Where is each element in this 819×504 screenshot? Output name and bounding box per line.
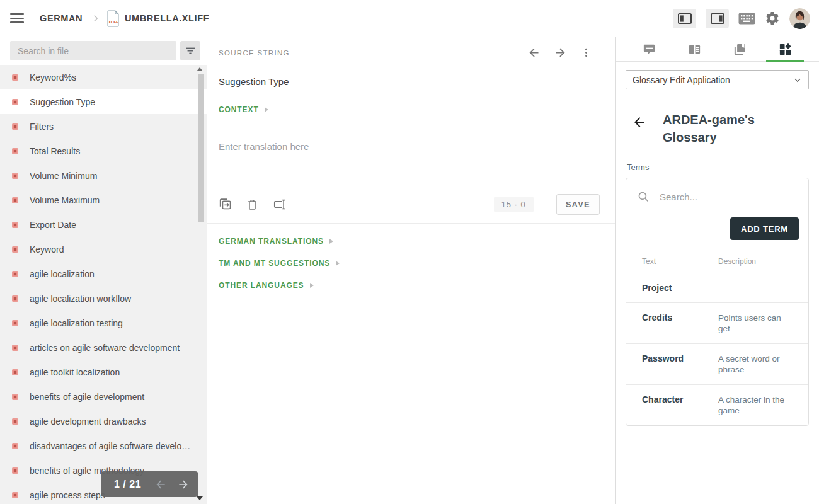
- segment-item[interactable]: Keyword: [0, 237, 207, 261]
- scrollbar-up-arrow[interactable]: [197, 67, 203, 71]
- chevron-down-icon: [793, 76, 802, 84]
- segment-item[interactable]: benefits of agile development: [0, 384, 207, 409]
- segment-item[interactable]: disadvantages of agile software develo…: [0, 433, 207, 458]
- glossary-description: A secret word or phrase: [718, 353, 793, 375]
- segment-label: Keyword: [30, 244, 64, 255]
- segment-item[interactable]: Filters: [0, 114, 207, 139]
- segment-item[interactable]: Keyword%s: [0, 65, 207, 89]
- glossary-card: ADD TERM Text Description Project Credit…: [626, 178, 809, 426]
- segment-label: Suggestion Type: [30, 97, 95, 107]
- pagination-next-icon[interactable]: [177, 478, 190, 491]
- segment-label: agile toolkit localization: [30, 367, 120, 377]
- tab-glossary-active[interactable]: [762, 37, 808, 61]
- keyboard-shortcuts-icon[interactable]: [738, 13, 755, 25]
- filter-button[interactable]: [180, 41, 200, 60]
- glossary-term: Project: [626, 283, 718, 293]
- menu-icon[interactable]: [10, 12, 26, 25]
- glossary-term: Password: [626, 353, 718, 375]
- xliff-file-icon: XLIFF: [106, 10, 120, 27]
- glossary-term: Credits: [626, 312, 718, 334]
- glossary-back-icon[interactable]: [632, 115, 647, 146]
- tm-mt-suggestions-expander[interactable]: TM AND MT SUGGESTIONS: [219, 259, 604, 268]
- segment-label: benefits of agile development: [30, 392, 144, 402]
- context-expander[interactable]: CONTEXT: [207, 87, 615, 114]
- glossary-description: Points users can get: [718, 312, 793, 334]
- segment-item[interactable]: agile localization workflow: [0, 286, 207, 311]
- file-name: UMBRELLA.XLIFF: [125, 13, 209, 23]
- german-translations-expander[interactable]: GERMAN TRANSLATIONS: [219, 237, 604, 246]
- segment-item[interactable]: Export Date: [0, 212, 207, 237]
- breadcrumb-language[interactable]: GERMAN: [40, 13, 83, 23]
- breadcrumb-file[interactable]: XLIFF UMBRELLA.XLIFF: [106, 10, 209, 27]
- expand-triangle-icon: [336, 261, 340, 266]
- segment-item-selected[interactable]: Suggestion Type: [0, 89, 207, 114]
- details-card-icon: [687, 42, 702, 57]
- segment-status-icon: [12, 418, 18, 425]
- source-string-label: SOURCE STRING: [219, 49, 290, 57]
- segment-status-icon: [12, 394, 18, 400]
- segment-status-icon: [12, 271, 18, 277]
- section-label: OTHER LANGUAGES: [219, 281, 304, 290]
- right-panel-tabs: [616, 37, 819, 62]
- glossary-row[interactable]: Credits Points users can get: [626, 302, 808, 343]
- user-avatar[interactable]: [789, 8, 810, 29]
- segment-status-icon: [12, 369, 18, 375]
- other-languages-expander[interactable]: OTHER LANGUAGES: [219, 281, 604, 290]
- tab-comments[interactable]: [626, 37, 672, 61]
- glossary-row[interactable]: Project: [626, 273, 808, 302]
- segment-status-icon: [12, 148, 18, 154]
- segment-status-icon: [12, 246, 18, 253]
- scrollbar-thumb[interactable]: [198, 74, 204, 222]
- segment-item[interactable]: agile toolkit localization: [0, 360, 207, 384]
- app-window: GERMAN XLIFF UMBRELLA.XLIFF: [0, 0, 819, 504]
- glossary-description: [718, 283, 793, 293]
- top-bar: GERMAN XLIFF UMBRELLA.XLIFF: [0, 0, 819, 37]
- comment-icon: [642, 42, 656, 57]
- copy-source-icon[interactable]: [218, 197, 232, 212]
- segment-item[interactable]: Volume Maximum: [0, 188, 207, 212]
- more-options-icon[interactable]: [580, 46, 592, 59]
- segment-label: Volume Minimum: [30, 171, 97, 181]
- add-term-button[interactable]: ADD TERM: [730, 217, 799, 240]
- segment-label: Export Date: [30, 220, 76, 230]
- settings-gear-icon[interactable]: [765, 11, 780, 26]
- segment-status-icon: [12, 74, 18, 81]
- previous-segment-icon[interactable]: [527, 46, 541, 59]
- glossary-search-input[interactable]: [660, 192, 799, 202]
- context-label: CONTEXT: [219, 105, 259, 114]
- segment-label: disadvantages of agile software develo…: [30, 441, 190, 451]
- pagination-prev-icon[interactable]: [154, 478, 167, 491]
- search-in-file-input[interactable]: [10, 41, 176, 60]
- glossary-title: ARDEA-game's Glossary: [663, 111, 773, 146]
- segment-item[interactable]: agile development drawbacks: [0, 409, 207, 433]
- svg-text:XLIFF: XLIFF: [108, 20, 118, 24]
- segment-item[interactable]: articles on agile software development: [0, 335, 207, 360]
- glossary-row[interactable]: Character A character in the game: [626, 384, 808, 425]
- rename-key-icon[interactable]: [272, 197, 287, 212]
- chevron-right-icon: [90, 13, 101, 24]
- segment-sidebar: Keyword%s Suggestion Type Filters Total …: [0, 37, 207, 504]
- segment-label: Filters: [30, 122, 54, 132]
- translation-input[interactable]: [207, 130, 615, 190]
- tab-translation-memory[interactable]: [717, 37, 762, 61]
- glossary-app-select[interactable]: Glossary Edit Application: [626, 70, 809, 89]
- scrollbar-down-arrow[interactable]: [197, 496, 203, 500]
- pagination-bar: 1 / 21: [101, 471, 198, 497]
- column-header-text: Text: [626, 257, 718, 266]
- segment-status-icon: [12, 99, 18, 105]
- save-button[interactable]: SAVE: [556, 194, 600, 215]
- glossary-row[interactable]: Password A secret word or phrase: [626, 343, 808, 384]
- next-segment-icon[interactable]: [554, 46, 567, 59]
- tab-details[interactable]: [672, 37, 717, 61]
- segment-item[interactable]: agile localization testing: [0, 311, 207, 335]
- segment-status-icon: [12, 345, 18, 351]
- segment-item[interactable]: Volume Minimum: [0, 163, 207, 188]
- segment-item[interactable]: Total Results: [0, 139, 207, 163]
- toggle-right-panel-button[interactable]: [706, 9, 729, 28]
- segment-item[interactable]: agile localization: [0, 261, 207, 286]
- toggle-left-panel-button[interactable]: [673, 9, 696, 28]
- delete-translation-icon[interactable]: [246, 197, 259, 212]
- character-counter-badge: 15 · 0: [494, 197, 534, 212]
- widgets-icon: [778, 42, 793, 57]
- segment-label: agile localization testing: [30, 318, 123, 328]
